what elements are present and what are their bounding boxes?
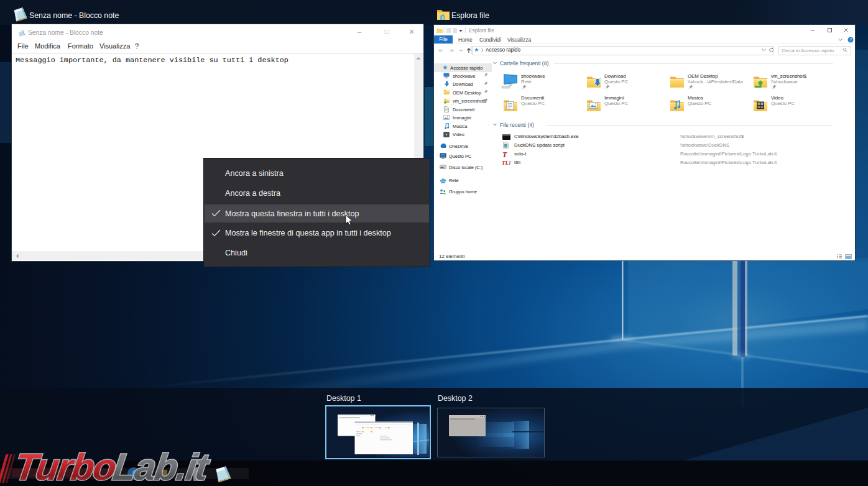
svg-text:?: ?: [849, 37, 852, 42]
svg-text:Lab.it: Lab.it: [111, 446, 213, 486]
svg-text:Turbo: Turbo: [12, 446, 119, 486]
